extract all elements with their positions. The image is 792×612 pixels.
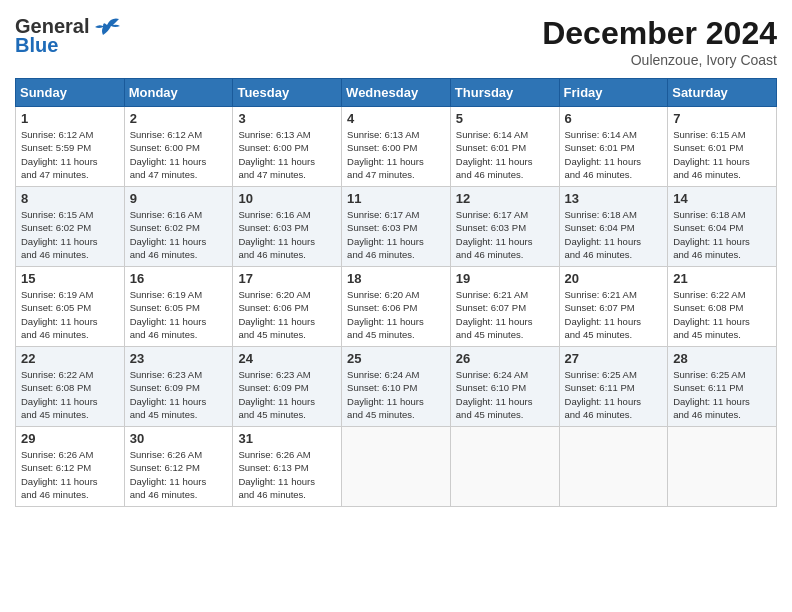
calendar-week-3: 15Sunrise: 6:19 AM Sunset: 6:05 PM Dayli…: [16, 267, 777, 347]
calendar-cell: 1Sunrise: 6:12 AM Sunset: 5:59 PM Daylig…: [16, 107, 125, 187]
day-detail: Sunrise: 6:15 AM Sunset: 6:01 PM Dayligh…: [673, 128, 771, 181]
day-number: 21: [673, 271, 771, 286]
calendar-cell: [450, 427, 559, 507]
calendar-cell: 7Sunrise: 6:15 AM Sunset: 6:01 PM Daylig…: [668, 107, 777, 187]
day-number: 14: [673, 191, 771, 206]
day-number: 24: [238, 351, 336, 366]
day-number: 1: [21, 111, 119, 126]
calendar-cell: [559, 427, 668, 507]
day-detail: Sunrise: 6:26 AM Sunset: 6:12 PM Dayligh…: [130, 448, 228, 501]
day-detail: Sunrise: 6:21 AM Sunset: 6:07 PM Dayligh…: [456, 288, 554, 341]
day-number: 23: [130, 351, 228, 366]
calendar-week-4: 22Sunrise: 6:22 AM Sunset: 6:08 PM Dayli…: [16, 347, 777, 427]
day-number: 27: [565, 351, 663, 366]
calendar-cell: 20Sunrise: 6:21 AM Sunset: 6:07 PM Dayli…: [559, 267, 668, 347]
day-detail: Sunrise: 6:12 AM Sunset: 5:59 PM Dayligh…: [21, 128, 119, 181]
day-detail: Sunrise: 6:22 AM Sunset: 6:08 PM Dayligh…: [21, 368, 119, 421]
day-number: 31: [238, 431, 336, 446]
calendar-body: 1Sunrise: 6:12 AM Sunset: 5:59 PM Daylig…: [16, 107, 777, 507]
calendar-cell: 15Sunrise: 6:19 AM Sunset: 6:05 PM Dayli…: [16, 267, 125, 347]
day-detail: Sunrise: 6:22 AM Sunset: 6:08 PM Dayligh…: [673, 288, 771, 341]
calendar-cell: 22Sunrise: 6:22 AM Sunset: 6:08 PM Dayli…: [16, 347, 125, 427]
day-number: 29: [21, 431, 119, 446]
calendar-cell: 8Sunrise: 6:15 AM Sunset: 6:02 PM Daylig…: [16, 187, 125, 267]
day-detail: Sunrise: 6:25 AM Sunset: 6:11 PM Dayligh…: [565, 368, 663, 421]
day-detail: Sunrise: 6:24 AM Sunset: 6:10 PM Dayligh…: [347, 368, 445, 421]
day-header-monday: Monday: [124, 79, 233, 107]
day-header-sunday: Sunday: [16, 79, 125, 107]
day-detail: Sunrise: 6:13 AM Sunset: 6:00 PM Dayligh…: [347, 128, 445, 181]
day-number: 22: [21, 351, 119, 366]
calendar-cell: 18Sunrise: 6:20 AM Sunset: 6:06 PM Dayli…: [342, 267, 451, 347]
day-number: 20: [565, 271, 663, 286]
day-number: 6: [565, 111, 663, 126]
day-detail: Sunrise: 6:17 AM Sunset: 6:03 PM Dayligh…: [456, 208, 554, 261]
calendar-cell: 16Sunrise: 6:19 AM Sunset: 6:05 PM Dayli…: [124, 267, 233, 347]
calendar-cell: [668, 427, 777, 507]
calendar-cell: 19Sunrise: 6:21 AM Sunset: 6:07 PM Dayli…: [450, 267, 559, 347]
day-number: 10: [238, 191, 336, 206]
calendar-cell: 21Sunrise: 6:22 AM Sunset: 6:08 PM Dayli…: [668, 267, 777, 347]
day-number: 25: [347, 351, 445, 366]
day-number: 19: [456, 271, 554, 286]
logo: General Blue: [15, 15, 121, 57]
day-detail: Sunrise: 6:15 AM Sunset: 6:02 PM Dayligh…: [21, 208, 119, 261]
calendar-cell: 13Sunrise: 6:18 AM Sunset: 6:04 PM Dayli…: [559, 187, 668, 267]
day-header-friday: Friday: [559, 79, 668, 107]
title-area: December 2024 Oulenzoue, Ivory Coast: [542, 15, 777, 68]
calendar-table: SundayMondayTuesdayWednesdayThursdayFrid…: [15, 78, 777, 507]
day-detail: Sunrise: 6:19 AM Sunset: 6:05 PM Dayligh…: [130, 288, 228, 341]
day-number: 8: [21, 191, 119, 206]
calendar-cell: 5Sunrise: 6:14 AM Sunset: 6:01 PM Daylig…: [450, 107, 559, 187]
day-detail: Sunrise: 6:13 AM Sunset: 6:00 PM Dayligh…: [238, 128, 336, 181]
day-number: 11: [347, 191, 445, 206]
day-number: 9: [130, 191, 228, 206]
calendar-cell: 31Sunrise: 6:26 AM Sunset: 6:13 PM Dayli…: [233, 427, 342, 507]
day-header-thursday: Thursday: [450, 79, 559, 107]
day-detail: Sunrise: 6:16 AM Sunset: 6:03 PM Dayligh…: [238, 208, 336, 261]
day-detail: Sunrise: 6:25 AM Sunset: 6:11 PM Dayligh…: [673, 368, 771, 421]
location-subtitle: Oulenzoue, Ivory Coast: [542, 52, 777, 68]
day-detail: Sunrise: 6:17 AM Sunset: 6:03 PM Dayligh…: [347, 208, 445, 261]
day-number: 4: [347, 111, 445, 126]
day-number: 13: [565, 191, 663, 206]
day-number: 18: [347, 271, 445, 286]
calendar-cell: [342, 427, 451, 507]
day-detail: Sunrise: 6:23 AM Sunset: 6:09 PM Dayligh…: [238, 368, 336, 421]
day-number: 2: [130, 111, 228, 126]
calendar-cell: 6Sunrise: 6:14 AM Sunset: 6:01 PM Daylig…: [559, 107, 668, 187]
day-detail: Sunrise: 6:16 AM Sunset: 6:02 PM Dayligh…: [130, 208, 228, 261]
day-detail: Sunrise: 6:14 AM Sunset: 6:01 PM Dayligh…: [456, 128, 554, 181]
day-detail: Sunrise: 6:12 AM Sunset: 6:00 PM Dayligh…: [130, 128, 228, 181]
day-number: 12: [456, 191, 554, 206]
calendar-cell: 11Sunrise: 6:17 AM Sunset: 6:03 PM Dayli…: [342, 187, 451, 267]
day-detail: Sunrise: 6:14 AM Sunset: 6:01 PM Dayligh…: [565, 128, 663, 181]
day-detail: Sunrise: 6:18 AM Sunset: 6:04 PM Dayligh…: [565, 208, 663, 261]
logo-blue-text: Blue: [15, 34, 58, 57]
calendar-cell: 26Sunrise: 6:24 AM Sunset: 6:10 PM Dayli…: [450, 347, 559, 427]
calendar-week-1: 1Sunrise: 6:12 AM Sunset: 5:59 PM Daylig…: [16, 107, 777, 187]
calendar-week-2: 8Sunrise: 6:15 AM Sunset: 6:02 PM Daylig…: [16, 187, 777, 267]
calendar-cell: 17Sunrise: 6:20 AM Sunset: 6:06 PM Dayli…: [233, 267, 342, 347]
calendar-cell: 14Sunrise: 6:18 AM Sunset: 6:04 PM Dayli…: [668, 187, 777, 267]
calendar-cell: 24Sunrise: 6:23 AM Sunset: 6:09 PM Dayli…: [233, 347, 342, 427]
day-number: 15: [21, 271, 119, 286]
calendar-header-row: SundayMondayTuesdayWednesdayThursdayFrid…: [16, 79, 777, 107]
day-detail: Sunrise: 6:26 AM Sunset: 6:13 PM Dayligh…: [238, 448, 336, 501]
calendar-cell: 3Sunrise: 6:13 AM Sunset: 6:00 PM Daylig…: [233, 107, 342, 187]
day-detail: Sunrise: 6:19 AM Sunset: 6:05 PM Dayligh…: [21, 288, 119, 341]
day-number: 26: [456, 351, 554, 366]
calendar-cell: 12Sunrise: 6:17 AM Sunset: 6:03 PM Dayli…: [450, 187, 559, 267]
calendar-cell: 10Sunrise: 6:16 AM Sunset: 6:03 PM Dayli…: [233, 187, 342, 267]
day-number: 5: [456, 111, 554, 126]
calendar-cell: 30Sunrise: 6:26 AM Sunset: 6:12 PM Dayli…: [124, 427, 233, 507]
day-number: 28: [673, 351, 771, 366]
day-detail: Sunrise: 6:18 AM Sunset: 6:04 PM Dayligh…: [673, 208, 771, 261]
day-number: 7: [673, 111, 771, 126]
calendar-cell: 23Sunrise: 6:23 AM Sunset: 6:09 PM Dayli…: [124, 347, 233, 427]
calendar-cell: 9Sunrise: 6:16 AM Sunset: 6:02 PM Daylig…: [124, 187, 233, 267]
calendar-cell: 4Sunrise: 6:13 AM Sunset: 6:00 PM Daylig…: [342, 107, 451, 187]
calendar-cell: 25Sunrise: 6:24 AM Sunset: 6:10 PM Dayli…: [342, 347, 451, 427]
day-detail: Sunrise: 6:20 AM Sunset: 6:06 PM Dayligh…: [238, 288, 336, 341]
day-number: 3: [238, 111, 336, 126]
